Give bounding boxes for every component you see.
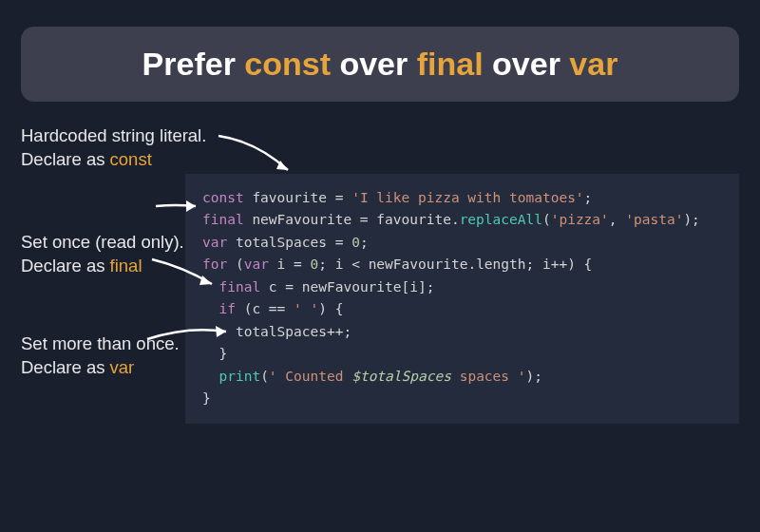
code-line: for (var i = 0; i < newFavourite.length;… <box>202 254 724 276</box>
annotation-line1: Set more than once. <box>21 332 180 356</box>
title-banner: Prefer const over final over var <box>21 27 739 102</box>
annotation-final: Set once (read only). Declare as final <box>21 231 184 278</box>
annotation-line2: Declare as var <box>21 356 180 380</box>
code-line: final newFavourite = favourite.replaceAl… <box>202 209 724 231</box>
annotation-line1: Set once (read only). <box>21 231 184 255</box>
annotation-const: Hardcoded string literal. Declare as con… <box>21 124 206 172</box>
arrow-icon <box>214 124 299 181</box>
title-final: final <box>417 46 484 82</box>
annotation-var: Set more than once. Declare as var <box>21 332 180 380</box>
code-line: final c = newFavourite[i]; <box>202 276 724 298</box>
svg-marker-0 <box>276 161 288 170</box>
code-line: totalSpaces++; <box>202 321 724 343</box>
title-prefix: Prefer <box>142 46 245 82</box>
title-const: const <box>244 46 331 82</box>
code-line: var totalSpaces = 0; <box>202 232 724 254</box>
code-line: const favourite = 'I like pizza with tom… <box>202 187 724 209</box>
code-block: const favourite = 'I like pizza with tom… <box>185 174 739 424</box>
title-mid2: over <box>484 46 570 82</box>
annotation-line2: Declare as final <box>21 255 184 278</box>
annotation-line1: Hardcoded string literal. <box>21 124 206 148</box>
code-line: } <box>202 343 724 365</box>
code-line: if (c == ' ') { <box>202 298 724 320</box>
annotation-line2: Declare as const <box>21 148 206 172</box>
code-line: print(' Counted $totalSpaces spaces '); <box>202 366 724 388</box>
title-mid1: over <box>331 46 417 82</box>
page-title: Prefer const over final over var <box>21 46 739 83</box>
code-line: } <box>202 388 724 409</box>
title-var: var <box>569 46 618 82</box>
